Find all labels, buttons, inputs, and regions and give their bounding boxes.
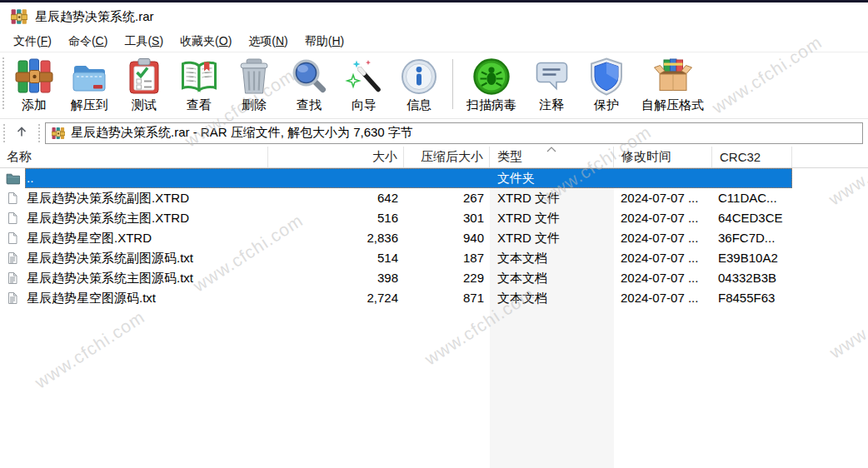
menu-item-commands[interactable]: 命令(C) bbox=[60, 32, 116, 52]
find-magnifier-icon bbox=[289, 57, 329, 97]
address-gripper bbox=[38, 124, 40, 142]
menu-item-file[interactable]: 文件(F) bbox=[5, 32, 60, 52]
window-title: 星辰趋势决策系统.rar bbox=[35, 9, 154, 25]
menu-item-tools[interactable]: 工具(S) bbox=[116, 32, 172, 52]
menu-mnemonic: S bbox=[152, 34, 159, 47]
file-modified-cell: 2024-07-07 ... bbox=[614, 288, 712, 308]
file-row-body: 星辰趋势决策系统副图源码.txt514187文本文档2024-07-07 ...… bbox=[25, 248, 792, 268]
toolbar-find-button[interactable]: 查找 bbox=[282, 55, 337, 115]
up-arrow-icon bbox=[15, 125, 28, 142]
delete-trash-icon bbox=[234, 57, 274, 97]
menu-item-favorites[interactable]: 收藏夹(O) bbox=[172, 32, 240, 52]
toolbar-protect-label: 保护 bbox=[594, 97, 619, 113]
file-row-body: 星辰趋势星空图源码.txt2,724871文本文档2024-07-07 ...F… bbox=[25, 288, 792, 308]
column-header-filler bbox=[792, 147, 868, 167]
file-row[interactable]: 星辰趋势决策系统主图.XTRD516301XTRD 文件2024-07-07 .… bbox=[0, 208, 868, 228]
file-packed-cell: 229 bbox=[404, 268, 490, 288]
column-header-size[interactable]: 大小 bbox=[268, 147, 404, 167]
toolbar-wizard-label: 向导 bbox=[352, 97, 377, 113]
file-crc-cell: 04332B3B bbox=[712, 268, 792, 288]
archive-path-combobox[interactable]: 星辰趋势决策系统.rar - RAR 压缩文件, 解包大小为 7,630 字节 bbox=[45, 122, 863, 144]
file-row[interactable]: 星辰趋势决策系统主图源码.txt398229文本文档2024-07-07 ...… bbox=[0, 268, 868, 288]
toolbar-scan-virus-button[interactable]: 扫描病毒 bbox=[459, 55, 524, 115]
column-header-label: 大小 bbox=[372, 149, 397, 165]
text-file-icon bbox=[0, 271, 25, 285]
sfx-box-icon bbox=[653, 57, 693, 97]
file-size-cell: 2,836 bbox=[268, 228, 404, 248]
archive-path-text: 星辰趋势决策系统.rar - RAR 压缩文件, 解包大小为 7,630 字节 bbox=[71, 125, 413, 141]
file-list-header: 名称大小压缩后大小类型修改时间CRC32 bbox=[0, 147, 868, 168]
file-row[interactable]: 星辰趋势决策系统副图源码.txt514187文本文档2024-07-07 ...… bbox=[0, 248, 868, 268]
toolbar-delete-button[interactable]: 删除 bbox=[227, 55, 282, 115]
file-crc-cell: E39B10A2 bbox=[712, 248, 792, 268]
toolbar-info-button[interactable]: 信息 bbox=[392, 55, 446, 115]
file-row[interactable]: ..文件夹 bbox=[0, 168, 868, 188]
file-packed-cell: 187 bbox=[404, 248, 490, 268]
toolbar-comment-button[interactable]: 注释 bbox=[524, 55, 579, 115]
menu-label-pre: 命令( bbox=[68, 34, 96, 47]
info-icon bbox=[399, 57, 439, 97]
address-bar: 星辰趋势决策系统.rar - RAR 压缩文件, 解包大小为 7,630 字节 bbox=[0, 119, 868, 147]
sort-ascending-icon bbox=[546, 147, 556, 152]
toolbar-info-label: 信息 bbox=[407, 97, 432, 113]
toolbar-gripper bbox=[3, 124, 5, 142]
file-icon bbox=[0, 232, 25, 245]
comment-bubble-icon bbox=[531, 57, 571, 97]
column-header-crc[interactable]: CRC32 bbox=[712, 147, 792, 167]
up-one-level-button[interactable] bbox=[10, 122, 33, 144]
menu-mnemonic: O bbox=[219, 34, 228, 47]
file-list: ..文件夹星辰趋势决策系统副图.XTRD642267XTRD 文件2024-07… bbox=[0, 168, 868, 308]
toolbar-delete-label: 删除 bbox=[242, 97, 267, 113]
toolbar-extract-to-button[interactable]: 解压到 bbox=[62, 55, 117, 115]
menu-label-pre: 收藏夹( bbox=[180, 34, 219, 47]
file-row[interactable]: 星辰趋势决策系统副图.XTRD642267XTRD 文件2024-07-07 .… bbox=[0, 188, 868, 208]
menu-item-help[interactable]: 帮助(H) bbox=[297, 32, 352, 52]
file-type-cell: 文本文档 bbox=[490, 268, 614, 288]
text-file-icon bbox=[0, 251, 25, 265]
file-type-cell: XTRD 文件 bbox=[490, 228, 614, 248]
file-icon bbox=[0, 212, 25, 225]
menu-mnemonic: F bbox=[41, 34, 48, 47]
file-name-cell: .. bbox=[25, 168, 268, 188]
winrar-window: { "window": { "title": "星辰趋势决策系统.rar" },… bbox=[0, 0, 868, 468]
file-row-body: ..文件夹 bbox=[25, 168, 792, 188]
toolbar-view-button[interactable]: 查看 bbox=[172, 55, 227, 115]
toolbar-protect-button[interactable]: 保护 bbox=[579, 55, 634, 115]
toolbar-wizard-button[interactable]: 向导 bbox=[337, 55, 392, 115]
file-type-cell: XTRD 文件 bbox=[490, 188, 614, 208]
file-crc-cell: C11DAC... bbox=[712, 188, 792, 208]
column-header-name[interactable]: 名称 bbox=[0, 147, 268, 167]
column-header-type[interactable]: 类型 bbox=[490, 147, 614, 167]
menu-label-post: ) bbox=[341, 34, 345, 47]
file-row-body: 星辰趋势决策系统副图.XTRD642267XTRD 文件2024-07-07 .… bbox=[25, 188, 792, 208]
toolbar-test-button[interactable]: 测试 bbox=[117, 55, 172, 115]
toolbar-comment-label: 注释 bbox=[539, 97, 564, 113]
menu-item-options[interactable]: 选项(N) bbox=[240, 32, 296, 52]
file-name-cell: 星辰趋势星空图.XTRD bbox=[25, 228, 268, 248]
folder-up-icon bbox=[0, 172, 25, 186]
menu-label-post: ) bbox=[159, 34, 163, 47]
file-packed-cell: 301 bbox=[404, 208, 490, 228]
file-row[interactable]: 星辰趋势星空图.XTRD2,836940XTRD 文件2024-07-07 ..… bbox=[0, 228, 868, 248]
file-packed-cell: 940 bbox=[404, 228, 490, 248]
wizard-wand-icon bbox=[344, 57, 384, 97]
file-type-cell: 文本文档 bbox=[490, 288, 614, 308]
menu-bar: 文件(F)命令(C)工具(S)收藏夹(O)选项(N)帮助(H) bbox=[0, 31, 868, 52]
toolbar-gripper bbox=[2, 57, 4, 109]
toolbar-scan-virus-label: 扫描病毒 bbox=[466, 97, 516, 113]
file-size-cell: 398 bbox=[268, 268, 404, 288]
file-row[interactable]: 星辰趋势星空图源码.txt2,724871文本文档2024-07-07 ...F… bbox=[0, 288, 868, 308]
file-modified-cell: 2024-07-07 ... bbox=[614, 268, 712, 288]
toolbar-sfx-button[interactable]: 自解压格式 bbox=[634, 55, 711, 115]
file-modified-cell: 2024-07-07 ... bbox=[614, 188, 712, 208]
file-size-cell: 2,724 bbox=[268, 288, 404, 308]
menu-mnemonic: N bbox=[276, 34, 284, 47]
column-header-modified[interactable]: 修改时间 bbox=[614, 147, 712, 167]
toolbar-test-label: 测试 bbox=[132, 97, 157, 113]
toolbar-add-label: 添加 bbox=[22, 97, 47, 113]
file-crc-cell: 64CED3CE bbox=[712, 208, 792, 228]
file-modified-cell: 2024-07-07 ... bbox=[614, 248, 712, 268]
add-books-icon bbox=[14, 57, 54, 97]
column-header-packed[interactable]: 压缩后大小 bbox=[404, 147, 490, 167]
toolbar-add-button[interactable]: 添加 bbox=[7, 55, 62, 115]
